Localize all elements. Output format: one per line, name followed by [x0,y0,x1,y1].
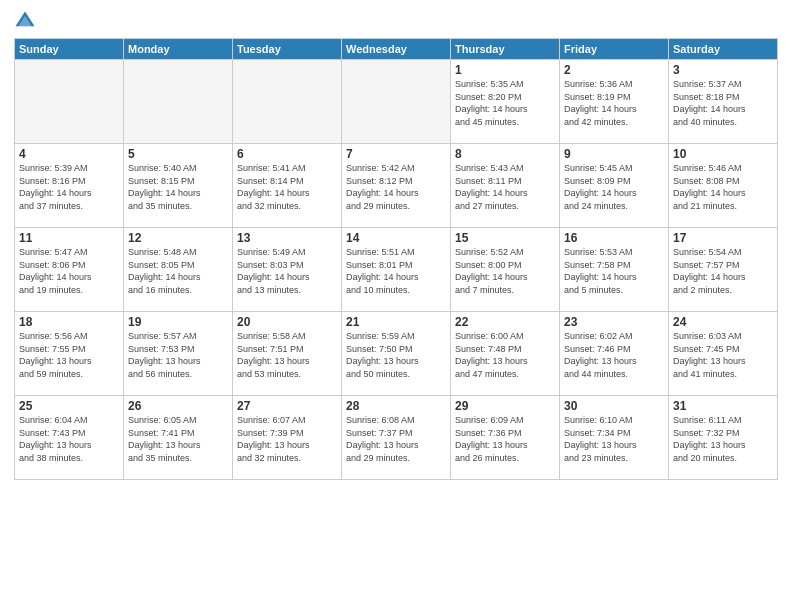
day-detail: Sunrise: 5:48 AMSunset: 8:05 PMDaylight:… [128,246,228,296]
day-number: 12 [128,231,228,245]
day-number: 30 [564,399,664,413]
day-detail: Sunrise: 5:53 AMSunset: 7:58 PMDaylight:… [564,246,664,296]
calendar-cell: 21Sunrise: 5:59 AMSunset: 7:50 PMDayligh… [342,312,451,396]
day-detail: Sunrise: 5:58 AMSunset: 7:51 PMDaylight:… [237,330,337,380]
calendar-cell: 18Sunrise: 5:56 AMSunset: 7:55 PMDayligh… [15,312,124,396]
day-detail: Sunrise: 6:10 AMSunset: 7:34 PMDaylight:… [564,414,664,464]
calendar-week-row: 11Sunrise: 5:47 AMSunset: 8:06 PMDayligh… [15,228,778,312]
day-number: 3 [673,63,773,77]
calendar-cell: 12Sunrise: 5:48 AMSunset: 8:05 PMDayligh… [124,228,233,312]
calendar-cell: 4Sunrise: 5:39 AMSunset: 8:16 PMDaylight… [15,144,124,228]
calendar-cell: 13Sunrise: 5:49 AMSunset: 8:03 PMDayligh… [233,228,342,312]
calendar-cell: 27Sunrise: 6:07 AMSunset: 7:39 PMDayligh… [233,396,342,480]
day-detail: Sunrise: 5:46 AMSunset: 8:08 PMDaylight:… [673,162,773,212]
day-detail: Sunrise: 6:11 AMSunset: 7:32 PMDaylight:… [673,414,773,464]
calendar-cell: 6Sunrise: 5:41 AMSunset: 8:14 PMDaylight… [233,144,342,228]
day-number: 1 [455,63,555,77]
day-number: 21 [346,315,446,329]
day-detail: Sunrise: 5:40 AMSunset: 8:15 PMDaylight:… [128,162,228,212]
day-detail: Sunrise: 6:05 AMSunset: 7:41 PMDaylight:… [128,414,228,464]
day-detail: Sunrise: 6:03 AMSunset: 7:45 PMDaylight:… [673,330,773,380]
day-number: 16 [564,231,664,245]
day-number: 26 [128,399,228,413]
day-number: 17 [673,231,773,245]
logo-icon [14,10,36,32]
day-detail: Sunrise: 5:42 AMSunset: 8:12 PMDaylight:… [346,162,446,212]
calendar-cell: 20Sunrise: 5:58 AMSunset: 7:51 PMDayligh… [233,312,342,396]
day-number: 4 [19,147,119,161]
day-number: 19 [128,315,228,329]
weekday-header: Thursday [451,39,560,60]
calendar-cell: 22Sunrise: 6:00 AMSunset: 7:48 PMDayligh… [451,312,560,396]
calendar-cell [124,60,233,144]
day-detail: Sunrise: 6:09 AMSunset: 7:36 PMDaylight:… [455,414,555,464]
calendar-cell: 10Sunrise: 5:46 AMSunset: 8:08 PMDayligh… [669,144,778,228]
day-number: 29 [455,399,555,413]
calendar-cell: 26Sunrise: 6:05 AMSunset: 7:41 PMDayligh… [124,396,233,480]
day-detail: Sunrise: 5:56 AMSunset: 7:55 PMDaylight:… [19,330,119,380]
day-number: 7 [346,147,446,161]
calendar-cell: 9Sunrise: 5:45 AMSunset: 8:09 PMDaylight… [560,144,669,228]
calendar-cell: 24Sunrise: 6:03 AMSunset: 7:45 PMDayligh… [669,312,778,396]
calendar-cell: 30Sunrise: 6:10 AMSunset: 7:34 PMDayligh… [560,396,669,480]
day-detail: Sunrise: 6:02 AMSunset: 7:46 PMDaylight:… [564,330,664,380]
calendar-cell [342,60,451,144]
calendar-cell: 1Sunrise: 5:35 AMSunset: 8:20 PMDaylight… [451,60,560,144]
day-detail: Sunrise: 5:57 AMSunset: 7:53 PMDaylight:… [128,330,228,380]
day-number: 25 [19,399,119,413]
day-number: 27 [237,399,337,413]
day-detail: Sunrise: 5:51 AMSunset: 8:01 PMDaylight:… [346,246,446,296]
day-number: 11 [19,231,119,245]
day-number: 20 [237,315,337,329]
day-number: 8 [455,147,555,161]
calendar-week-row: 18Sunrise: 5:56 AMSunset: 7:55 PMDayligh… [15,312,778,396]
logo [14,10,40,32]
day-number: 10 [673,147,773,161]
calendar-table: SundayMondayTuesdayWednesdayThursdayFrid… [14,38,778,480]
weekday-header: Saturday [669,39,778,60]
weekday-header: Tuesday [233,39,342,60]
calendar-cell: 14Sunrise: 5:51 AMSunset: 8:01 PMDayligh… [342,228,451,312]
calendar-week-row: 1Sunrise: 5:35 AMSunset: 8:20 PMDaylight… [15,60,778,144]
calendar-cell: 5Sunrise: 5:40 AMSunset: 8:15 PMDaylight… [124,144,233,228]
page: SundayMondayTuesdayWednesdayThursdayFrid… [0,0,792,612]
calendar-cell: 29Sunrise: 6:09 AMSunset: 7:36 PMDayligh… [451,396,560,480]
day-detail: Sunrise: 5:47 AMSunset: 8:06 PMDaylight:… [19,246,119,296]
calendar-week-row: 4Sunrise: 5:39 AMSunset: 8:16 PMDaylight… [15,144,778,228]
weekday-header: Sunday [15,39,124,60]
day-number: 5 [128,147,228,161]
day-detail: Sunrise: 5:45 AMSunset: 8:09 PMDaylight:… [564,162,664,212]
day-number: 23 [564,315,664,329]
day-detail: Sunrise: 5:35 AMSunset: 8:20 PMDaylight:… [455,78,555,128]
day-detail: Sunrise: 5:52 AMSunset: 8:00 PMDaylight:… [455,246,555,296]
weekday-header: Wednesday [342,39,451,60]
calendar-cell: 23Sunrise: 6:02 AMSunset: 7:46 PMDayligh… [560,312,669,396]
day-detail: Sunrise: 5:36 AMSunset: 8:19 PMDaylight:… [564,78,664,128]
calendar-cell: 28Sunrise: 6:08 AMSunset: 7:37 PMDayligh… [342,396,451,480]
day-number: 2 [564,63,664,77]
day-number: 31 [673,399,773,413]
day-detail: Sunrise: 5:59 AMSunset: 7:50 PMDaylight:… [346,330,446,380]
day-detail: Sunrise: 6:04 AMSunset: 7:43 PMDaylight:… [19,414,119,464]
calendar-cell: 16Sunrise: 5:53 AMSunset: 7:58 PMDayligh… [560,228,669,312]
day-detail: Sunrise: 5:54 AMSunset: 7:57 PMDaylight:… [673,246,773,296]
calendar-header-row: SundayMondayTuesdayWednesdayThursdayFrid… [15,39,778,60]
calendar-cell [15,60,124,144]
day-detail: Sunrise: 5:49 AMSunset: 8:03 PMDaylight:… [237,246,337,296]
day-detail: Sunrise: 6:00 AMSunset: 7:48 PMDaylight:… [455,330,555,380]
day-number: 14 [346,231,446,245]
calendar-cell: 17Sunrise: 5:54 AMSunset: 7:57 PMDayligh… [669,228,778,312]
calendar-cell [233,60,342,144]
day-detail: Sunrise: 5:37 AMSunset: 8:18 PMDaylight:… [673,78,773,128]
calendar-cell: 19Sunrise: 5:57 AMSunset: 7:53 PMDayligh… [124,312,233,396]
day-number: 6 [237,147,337,161]
weekday-header: Friday [560,39,669,60]
header [14,10,778,32]
day-detail: Sunrise: 5:41 AMSunset: 8:14 PMDaylight:… [237,162,337,212]
calendar-cell: 8Sunrise: 5:43 AMSunset: 8:11 PMDaylight… [451,144,560,228]
day-detail: Sunrise: 6:07 AMSunset: 7:39 PMDaylight:… [237,414,337,464]
calendar-cell: 2Sunrise: 5:36 AMSunset: 8:19 PMDaylight… [560,60,669,144]
day-number: 22 [455,315,555,329]
day-number: 13 [237,231,337,245]
calendar-cell: 11Sunrise: 5:47 AMSunset: 8:06 PMDayligh… [15,228,124,312]
